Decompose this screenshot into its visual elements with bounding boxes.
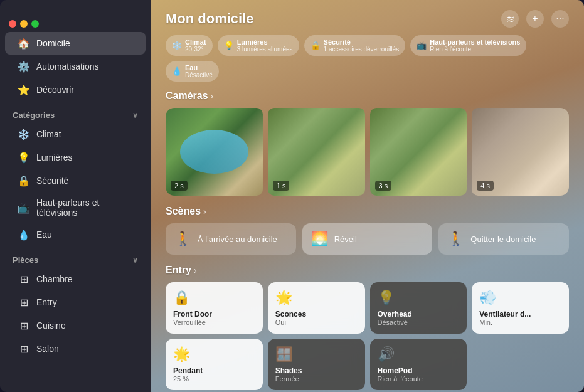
categories-section-header: Catégories ∨ [0, 102, 151, 122]
sidebar-piece-chambre[interactable]: ⊞Chambre [5, 268, 146, 290]
climat-pill-subtitle: 20-32° [185, 46, 206, 53]
arrivee-scene-icon: 🚶 [174, 231, 191, 247]
lumieres-pill-title: Lumières [237, 38, 293, 46]
device-card-overhead[interactable]: 💡 Overhead Désactivé [370, 282, 467, 334]
ventilateur-icon: 💨 [479, 290, 561, 306]
sidebar-piece-entry[interactable]: ⊞Entry [5, 291, 146, 314]
sidebar-label-decouvrir: Découvrir [36, 85, 74, 95]
eau-icon: 💧 [18, 228, 30, 241]
cameras-section-header[interactable]: Caméras › [166, 90, 569, 102]
decouvrir-icon: ⭐ [18, 83, 30, 96]
camera-timer-1: 2 s [171, 181, 188, 191]
scenes-section: Scènes › 🚶À l'arrivée au domicile🌅Réveil… [151, 206, 584, 265]
haut-parleurs-icon: 📺 [18, 201, 30, 214]
sidebar-label-automatisations: Automatisations [36, 61, 99, 72]
entry-room-icon: ⊞ [18, 296, 30, 309]
status-pills: ❄️Climat20-32°💡Lumières3 lumières allumé… [151, 35, 584, 90]
overhead-icon: 💡 [378, 290, 460, 306]
sidebar-category-eau[interactable]: 💧Eau [5, 223, 146, 246]
securite-pill-icon: 🔒 [311, 41, 321, 50]
scene-card-quitter[interactable]: 🚶Quitter le domicile [438, 223, 569, 255]
sidebar-item-decouvrir[interactable]: ⭐Découvrir [5, 78, 146, 101]
piece-label-entry: Entry [36, 297, 57, 307]
cameras-section: Caméras › 2 s 1 s 3 s 4 s [151, 90, 584, 206]
homepod-status: Rien à l'écoute [378, 375, 460, 383]
climat-pill-title: Climat [185, 38, 206, 46]
sidebar-categories: ❄️Climat💡Lumières🔒Sécurité📺Haut-parleurs… [0, 122, 151, 246]
cameras-grid: 2 s 1 s 3 s 4 s [166, 108, 569, 196]
pieces-section-header: Pièces ∨ [0, 246, 151, 267]
more-button[interactable]: ··· [551, 10, 569, 28]
securite-icon: 🔒 [18, 174, 30, 187]
status-pill-securite[interactable]: 🔒Sécurité1 accessoires déverrouillés [304, 35, 406, 56]
sidebar-item-automatisations[interactable]: ⚙️Automatisations [5, 55, 146, 78]
status-pill-lumieres[interactable]: 💡Lumières3 lumières allumées [218, 35, 299, 56]
categories-chevron-icon: ∨ [132, 111, 138, 120]
camera-timer-4: 4 s [477, 181, 494, 191]
add-button[interactable]: + [526, 10, 544, 28]
status-pill-climat[interactable]: ❄️Climat20-32° [166, 35, 213, 56]
sidebar-piece-cuisine[interactable]: ⊞Cuisine [5, 314, 146, 337]
quitter-scene-label: Quitter le domicile [470, 235, 536, 244]
pendant-name: Pendant [173, 366, 255, 375]
category-label-climat: Climat [36, 129, 61, 139]
chambre-room-icon: ⊞ [18, 273, 30, 285]
devices-grid: 🔒 Front Door Verrouillée 🌟 Sconces Oui 💡… [166, 282, 569, 390]
sidebar-category-haut-parleurs[interactable]: 📺Haut-parleurs et télévisions [5, 193, 146, 223]
overhead-status: Désactivé [378, 319, 460, 326]
device-card-shades[interactable]: 🪟 Shades Fermée [268, 339, 365, 390]
camera-feed-2[interactable]: 1 s [268, 108, 365, 196]
page-title: Mon domicile [166, 11, 254, 27]
haut-parleurs-pill-icon: 📺 [417, 41, 427, 50]
sidebar-piece-salon[interactable]: ⊞Salon [5, 337, 146, 360]
climat-pill-icon: ❄️ [172, 41, 182, 50]
sidebar-category-climat[interactable]: ❄️Climat [5, 123, 146, 146]
lumieres-pill-icon: 💡 [224, 41, 234, 50]
climat-icon: ❄️ [18, 128, 30, 140]
scenes-grid: 🚶À l'arrivée au domicile🌅Réveil🚶Quitter … [166, 223, 569, 255]
scene-card-arrivee[interactable]: 🚶À l'arrivée au domicile [166, 223, 296, 255]
sidebar-category-lumieres[interactable]: 💡Lumières [5, 146, 146, 169]
sconces-name: Sconces [275, 310, 358, 319]
status-pill-haut-parleurs[interactable]: 📺Haut-parleurs et télévisionsRien à l'éc… [410, 35, 526, 56]
camera-timer-2: 1 s [273, 181, 290, 191]
header-actions: ≋ + ··· [501, 10, 569, 28]
device-card-sconces[interactable]: 🌟 Sconces Oui [268, 282, 365, 334]
status-pill-eau[interactable]: 💧EauDésactivé [166, 61, 219, 82]
device-card-homepod[interactable]: 🔊 HomePod Rien à l'écoute [370, 339, 467, 390]
reveil-scene-label: Réveil [334, 235, 357, 244]
sidebar-category-securite[interactable]: 🔒Sécurité [5, 169, 146, 192]
cuisine-room-icon: ⊞ [18, 319, 30, 332]
device-card-pendant[interactable]: 🌟 Pendant 25 % [166, 339, 263, 390]
overhead-name: Overhead [378, 310, 460, 319]
piece-label-chambre: Chambre [36, 274, 73, 284]
pendant-icon: 🌟 [173, 346, 255, 363]
entry-section: Entry › 🔒 Front Door Verrouillée 🌟 Sconc… [151, 265, 584, 392]
camera-feed-4[interactable]: 4 s [472, 108, 569, 196]
reveil-scene-icon: 🌅 [311, 231, 328, 247]
lumieres-pill-subtitle: 3 lumières allumées [237, 46, 293, 53]
minimize-button[interactable] [20, 20, 28, 28]
sidebar-pieces: ⊞Chambre⊞Entry⊞Cuisine⊞Salon [0, 267, 151, 361]
pendant-status: 25 % [173, 375, 255, 383]
securite-pill-subtitle: 1 accessoires déverrouillés [324, 46, 400, 53]
scene-card-reveil[interactable]: 🌅Réveil [302, 223, 433, 255]
category-label-securite: Sécurité [36, 176, 68, 186]
entry-section-header[interactable]: Entry › [166, 265, 569, 276]
device-card-ventilateur[interactable]: 💨 Ventilateur d... Min. [472, 282, 569, 334]
close-button[interactable] [9, 20, 16, 28]
device-card-front-door[interactable]: 🔒 Front Door Verrouillée [166, 282, 263, 334]
front-door-status: Verrouillée [173, 319, 255, 326]
shades-name: Shades [275, 366, 358, 375]
eau-pill-subtitle: Désactivé [185, 72, 213, 78]
shades-status: Fermée [275, 375, 358, 383]
waveform-button[interactable]: ≋ [501, 10, 519, 28]
scenes-section-header[interactable]: Scènes › [166, 206, 569, 217]
category-label-haut-parleurs: Haut-parleurs et télévisions [36, 198, 133, 218]
camera-feed-1[interactable]: 2 s [166, 108, 263, 196]
maximize-button[interactable] [31, 20, 39, 28]
camera-feed-3[interactable]: 3 s [370, 108, 467, 196]
sidebar-item-domicile[interactable]: 🏠Domicile [5, 32, 146, 55]
piece-label-salon: Salon [36, 344, 59, 354]
ventilateur-status: Min. [479, 319, 561, 326]
